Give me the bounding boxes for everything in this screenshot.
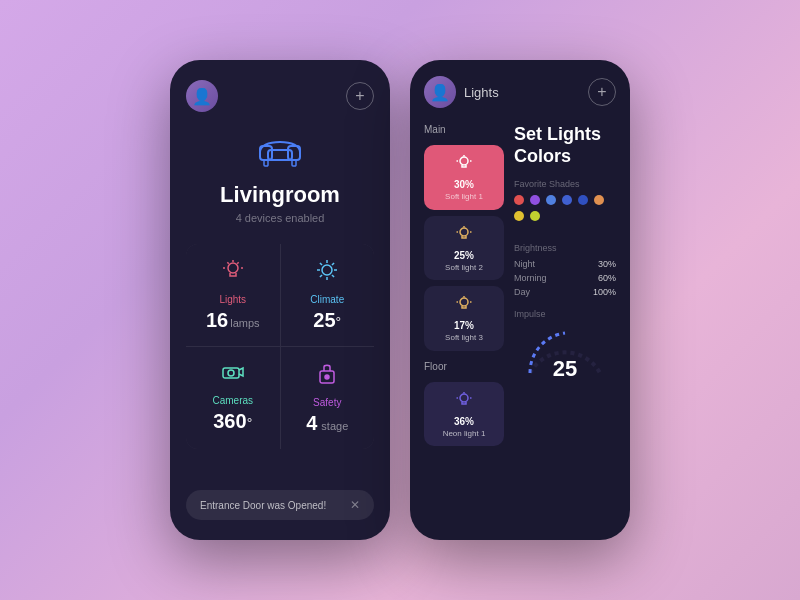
brightness-day-pct: 100% bbox=[593, 287, 616, 297]
color-dot-yellow[interactable] bbox=[514, 211, 524, 221]
header-title: Lights bbox=[464, 85, 499, 100]
color-dot-blue1[interactable] bbox=[546, 195, 556, 205]
devices-grid: Lights 16 lamps bbox=[186, 244, 374, 449]
right-avatar: 👤 bbox=[424, 76, 456, 108]
main-section-label: Main bbox=[424, 124, 504, 135]
svg-point-23 bbox=[325, 375, 329, 379]
cameras-unit: ° bbox=[247, 415, 253, 431]
brightness-day: Day 100% bbox=[514, 287, 616, 297]
climate-label: Climate bbox=[310, 294, 344, 305]
lights-cell[interactable]: Lights 16 lamps bbox=[186, 244, 280, 346]
light1-icon bbox=[455, 153, 473, 177]
brightness-day-label: Day bbox=[514, 287, 530, 297]
color-dot-red[interactable] bbox=[514, 195, 524, 205]
svg-line-10 bbox=[237, 262, 238, 263]
cameras-icon bbox=[221, 361, 245, 389]
lights-list: Main 30% Soft bbox=[424, 124, 504, 520]
svg-line-19 bbox=[332, 263, 334, 265]
neon1-pct: 36% bbox=[454, 416, 474, 427]
add-button[interactable]: + bbox=[346, 82, 374, 110]
room-name: Livingroom bbox=[186, 182, 374, 208]
safety-cell[interactable]: Safety 4 stage bbox=[281, 347, 375, 449]
neon1-name: Neon light 1 bbox=[443, 429, 486, 439]
impulse-section: Impulse 25 bbox=[514, 309, 616, 378]
notification-text: Entrance Door was Opened! bbox=[200, 500, 326, 511]
light-card-1[interactable]: 30% Soft light 1 bbox=[424, 145, 504, 210]
climate-value: 25 bbox=[313, 309, 335, 332]
color-dot-orange[interactable] bbox=[594, 195, 604, 205]
cameras-label: Cameras bbox=[212, 395, 253, 406]
notification-bar: Entrance Door was Opened! ✕ bbox=[186, 490, 374, 520]
room-icon-container bbox=[186, 132, 374, 172]
right-panel: Set Lights Colors Favorite Shades bbox=[514, 124, 616, 520]
svg-line-9 bbox=[227, 262, 228, 263]
light3-icon bbox=[455, 294, 473, 318]
light2-pct: 25% bbox=[454, 250, 474, 261]
svg-point-5 bbox=[228, 263, 238, 273]
brightness-morning: Morning 60% bbox=[514, 273, 616, 283]
brightness-night-label: Night bbox=[514, 259, 535, 269]
left-phone: 👤 + Livingroom 4 devices bbox=[170, 60, 390, 540]
safety-unit: stage bbox=[321, 420, 348, 432]
right-phone: 👤 Lights + Main bbox=[410, 60, 630, 540]
brightness-night-pct: 30% bbox=[598, 259, 616, 269]
svg-point-24 bbox=[460, 157, 468, 165]
svg-line-17 bbox=[332, 275, 334, 277]
right-content: Main 30% Soft bbox=[424, 124, 616, 520]
climate-unit: ° bbox=[336, 314, 342, 330]
lights-label: Lights bbox=[219, 294, 246, 305]
dial-container: 25 bbox=[514, 323, 616, 378]
color-dot-purple[interactable] bbox=[530, 195, 540, 205]
brightness-label: Brightness bbox=[514, 243, 616, 253]
light3-name: Soft light 3 bbox=[445, 333, 483, 343]
sofa-icon bbox=[254, 132, 306, 172]
phones-container: 👤 + Livingroom 4 devices bbox=[170, 60, 630, 540]
lights-value: 16 bbox=[206, 309, 228, 332]
brightness-section: Brightness Night 30% Morning 60% bbox=[514, 243, 616, 297]
light2-name: Soft light 2 bbox=[445, 263, 483, 273]
right-add-button[interactable]: + bbox=[588, 78, 616, 106]
cameras-cell[interactable]: Cameras 360 ° bbox=[186, 347, 280, 449]
neon1-icon bbox=[455, 390, 473, 414]
impulse-label: Impulse bbox=[514, 309, 616, 319]
lights-unit: lamps bbox=[230, 317, 259, 329]
color-dot-lime[interactable] bbox=[530, 211, 540, 221]
brightness-morning-label: Morning bbox=[514, 273, 547, 283]
header-left: 👤 Lights bbox=[424, 76, 499, 108]
set-lights-title: Set Lights Colors bbox=[514, 124, 616, 167]
svg-point-11 bbox=[322, 265, 332, 275]
favorite-shades-label: Favorite Shades bbox=[514, 179, 616, 189]
color-dot-blue2[interactable] bbox=[562, 195, 572, 205]
cameras-value: 360 bbox=[213, 410, 246, 433]
floor-section-label: Floor bbox=[424, 361, 504, 372]
left-phone-header: 👤 + bbox=[186, 80, 374, 112]
avatar: 👤 bbox=[186, 80, 218, 112]
safety-label: Safety bbox=[313, 397, 341, 408]
brightness-list: Night 30% Morning 60% Day 100% bbox=[514, 259, 616, 297]
light1-name: Soft light 1 bbox=[445, 192, 483, 202]
brightness-morning-pct: 60% bbox=[598, 273, 616, 283]
svg-point-21 bbox=[228, 370, 234, 376]
color-dot-darkblue[interactable] bbox=[578, 195, 588, 205]
svg-point-28 bbox=[460, 228, 468, 236]
color-dots-container bbox=[514, 195, 616, 221]
light3-pct: 17% bbox=[454, 320, 474, 331]
svg-line-18 bbox=[320, 275, 322, 277]
impulse-value: 25 bbox=[553, 356, 577, 382]
notification-close[interactable]: ✕ bbox=[350, 498, 360, 512]
right-phone-header: 👤 Lights + bbox=[424, 76, 616, 108]
lights-icon bbox=[221, 258, 245, 288]
favorite-shades-section: Favorite Shades bbox=[514, 179, 616, 231]
brightness-night: Night 30% bbox=[514, 259, 616, 269]
light1-pct: 30% bbox=[454, 179, 474, 190]
light-card-2[interactable]: 25% Soft light 2 bbox=[424, 216, 504, 281]
room-subtitle: 4 devices enabled bbox=[186, 212, 374, 224]
light2-icon bbox=[455, 224, 473, 248]
light-card-neon1[interactable]: 36% Neon light 1 bbox=[424, 382, 504, 447]
climate-cell[interactable]: Climate 25 ° bbox=[281, 244, 375, 346]
svg-point-32 bbox=[460, 298, 468, 306]
light-card-3[interactable]: 17% Soft light 3 bbox=[424, 286, 504, 351]
safety-value: 4 bbox=[306, 412, 317, 435]
svg-line-16 bbox=[320, 263, 322, 265]
svg-point-36 bbox=[460, 394, 468, 402]
